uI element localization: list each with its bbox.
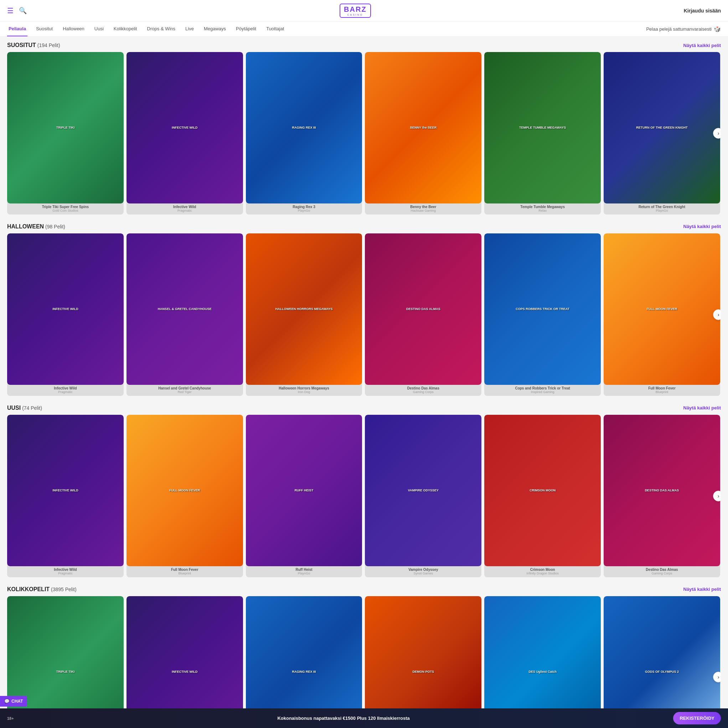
game-label: INFECTIVE WILD — [132, 670, 237, 674]
game-provider: Hacksaw Gaming — [366, 209, 481, 213]
section-kolikkopelit: KOLIKKOPELIT (3895 Pelit)Näytä kaikki pe… — [7, 586, 721, 728]
game-card[interactable]: COPS ROBBERS TRICK OR TREATCops and Robb… — [484, 233, 601, 396]
game-info: Full Moon FeverBlueprint — [127, 566, 243, 577]
game-provider: Pragmatic — [8, 390, 123, 394]
game-label: TRIPLE TIKI — [13, 126, 118, 130]
game-label: DEMON POTS — [371, 670, 476, 674]
nav-item-uusi[interactable]: Uusi — [93, 22, 105, 36]
game-info: Hansel and Gretel CandyhouseRed Tiger — [127, 385, 243, 396]
nav-item-poytapelit[interactable]: Pöytäpelit — [234, 22, 258, 36]
next-arrow-button[interactable]: › — [713, 491, 721, 502]
game-label: RAGING REX III — [252, 126, 356, 130]
next-arrow-button[interactable]: › — [713, 672, 721, 682]
see-all-kolikkopelit[interactable]: Näytä kaikki pelit — [684, 587, 721, 592]
game-name: Raging Rex 3 — [246, 205, 362, 209]
game-name: Vampire Odyssey — [366, 567, 481, 572]
game-card[interactable]: TRIPLE TIKITriple Tiki Super Free SpinsG… — [7, 52, 124, 214]
game-card[interactable]: DESTINO DAS ALMASDestino Das AlmasGaming… — [604, 415, 720, 577]
game-name: Triple Tiki Super Free Spins — [8, 205, 123, 209]
see-all-uusi[interactable]: Näytä kaikki pelit — [684, 405, 721, 410]
age-restriction: 18+ — [7, 716, 14, 720]
game-provider: Red Tiger — [127, 390, 242, 394]
game-info: Infective WildPragmatic — [127, 203, 243, 214]
game-label: FULL MOON FEVER — [609, 307, 714, 311]
nav-item-halloween[interactable]: Halloween — [61, 22, 86, 36]
game-card[interactable]: BENNY the BEERBenny the BeerHacksaw Gami… — [365, 52, 482, 214]
nav-item-suositut[interactable]: Suositut — [35, 22, 54, 36]
login-button[interactable]: Kirjaudu sisään — [684, 8, 721, 14]
game-card[interactable]: VAMPIRE ODYSSEYVampire OdysseySynot Game… — [365, 415, 482, 577]
game-label: BENNY the BEER — [371, 126, 476, 130]
nav-item-tuottajat[interactable]: Tuottajat — [265, 22, 285, 36]
game-card[interactable]: INFECTIVE WILDInfective WildPragmatic — [7, 233, 124, 396]
game-label: INFECTIVE WILD — [132, 126, 237, 130]
game-card[interactable]: HANSEL & GRETEL CANDYHOUSEHansel and Gre… — [127, 233, 243, 396]
header: ☰ 🔍 BARZ CASINO Kirjaudu sisään — [0, 0, 728, 22]
nav-item-live[interactable]: Live — [184, 22, 195, 36]
next-arrow-button[interactable]: › — [713, 128, 721, 139]
logo[interactable]: BARZ CASINO — [340, 3, 371, 18]
game-info: Infective WildPragmatic — [7, 385, 124, 396]
game-card[interactable]: INFECTIVE WILDInfective WildPragmatic — [7, 415, 124, 577]
game-info: Cops and Robbers Trick or TreatInspired … — [484, 385, 601, 396]
section-header-uusi: UUSI (74 Pelit)Näytä kaikki pelit — [7, 405, 721, 411]
game-label: RAGING REX III — [252, 670, 356, 674]
game-card[interactable]: TEMPLE TUMBLE MEGAWAYSTemple Tumble Mega… — [484, 52, 601, 214]
logo-text: BARZ — [344, 5, 367, 14]
game-card[interactable]: CRIMSON MOONCrimson MoonInfinity Dragon … — [484, 415, 601, 577]
game-provider: Pragmatic — [127, 209, 242, 213]
game-card[interactable]: FULL MOON FEVERFull Moon FeverBlueprint — [604, 233, 720, 396]
see-all-halloween[interactable]: Näytä kaikki pelit — [684, 224, 721, 229]
game-info: Benny the BeerHacksaw Gaming — [365, 203, 482, 214]
game-card[interactable]: RUFF HEISTRuff HeistPlaynGo — [246, 415, 362, 577]
game-provider: Gaming Corps — [604, 572, 719, 575]
game-info: Temple Tumble MegawaysRelax — [484, 203, 601, 214]
game-card[interactable]: INFECTIVE WILDInfective WildPragmatic — [127, 52, 243, 214]
game-label: VAMPIRE ODYSSEY — [371, 489, 476, 492]
header-left: ☰ 🔍 — [7, 6, 27, 15]
game-label: INFECTIVE WILD — [13, 307, 118, 311]
game-provider: Iron Dog — [246, 390, 362, 394]
game-info: Triple Tiki Super Free SpinsGold Coin St… — [7, 203, 124, 214]
game-card[interactable]: HALLOWEEN HORRORS MEGAWAYSHalloween Horr… — [246, 233, 362, 396]
register-button[interactable]: REKISTERÖIDY — [673, 712, 721, 725]
game-label: HANSEL & GRETEL CANDYHOUSE — [132, 307, 237, 311]
section-header-kolikkopelit: KOLIKKOPELIT (3895 Pelit)Näytä kaikki pe… — [7, 586, 721, 593]
game-name: Infective Wild — [127, 205, 242, 209]
game-provider: Infinity Dragon Studios — [485, 572, 600, 575]
nav: PeliaulaSuositutHalloweenUusiKolikkopeli… — [0, 22, 728, 37]
game-card[interactable]: DESTINO DAS ALMASDestino Das AlmasGaming… — [365, 233, 482, 396]
game-name: Crimson Moon — [485, 567, 600, 572]
game-name: Benny the Beer — [366, 205, 481, 209]
game-provider: Pragmatic — [8, 572, 123, 575]
chat-button[interactable]: 💬 CHAT — [0, 696, 27, 707]
game-row-uusi: INFECTIVE WILDInfective WildPragmaticFUL… — [7, 415, 721, 577]
random-game[interactable]: Pelaa pelejä sattumanvaraisesti 🎲 — [646, 26, 721, 32]
game-name: Cops and Robbers Trick or Treat — [485, 386, 600, 390]
section-header-suositut: SUOSITUT (194 Pelit)Näytä kaikki pelit — [7, 42, 721, 49]
game-provider: PlaynGo — [604, 209, 719, 213]
next-arrow-button[interactable]: › — [713, 309, 721, 320]
game-name: Return of The Green Knight — [604, 205, 719, 209]
see-all-suositut[interactable]: Näytä kaikki pelit — [684, 43, 721, 48]
section-halloween: HALLOWEEN (98 Pelit)Näytä kaikki pelitIN… — [7, 223, 721, 396]
game-label: RUFF HEIST — [252, 489, 356, 492]
game-label: DES Ugliest Catch — [490, 670, 595, 674]
search-icon[interactable]: 🔍 — [19, 7, 27, 15]
nav-item-megaways[interactable]: Megaways — [202, 22, 227, 36]
nav-item-drops-wins[interactable]: Drops & Wins — [146, 22, 177, 36]
game-label: TRIPLE TIKI — [13, 670, 118, 674]
game-card[interactable]: RAGING REX IIIRaging Rex 3PlaynGo — [246, 52, 362, 214]
game-name: Full Moon Fever — [604, 386, 719, 390]
game-label: INFECTIVE WILD — [13, 489, 118, 492]
game-provider: Blueprint — [127, 572, 242, 575]
logo-sub: CASINO — [347, 14, 363, 16]
game-card[interactable]: RETURN OF THE GREEN KNIGHTReturn of The … — [604, 52, 720, 214]
nav-item-kolikkopelit[interactable]: Kolikkopelit — [112, 22, 139, 36]
game-name: Hansel and Gretel Candyhouse — [127, 386, 242, 390]
game-card[interactable]: FULL MOON FEVERFull Moon FeverBlueprint — [127, 415, 243, 577]
game-provider: Inspired Gaming — [485, 390, 600, 394]
hamburger-icon[interactable]: ☰ — [7, 6, 14, 15]
game-label: COPS ROBBERS TRICK OR TREAT — [490, 307, 595, 311]
nav-item-peliaula[interactable]: Peliaula — [7, 22, 28, 36]
